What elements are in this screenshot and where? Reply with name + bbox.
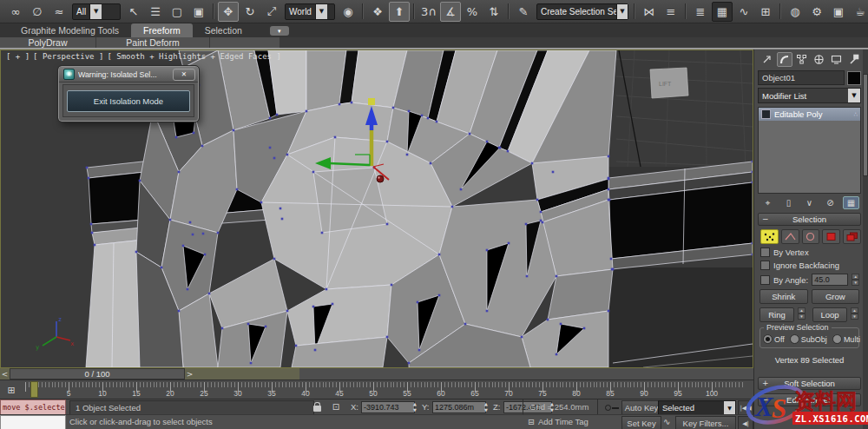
shrink-button[interactable]: Shrink [760,289,808,304]
mesh-vertex[interactable] [499,147,502,149]
mesh-vertex[interactable] [486,310,489,313]
selection-rollout-header[interactable]: − Selection [758,213,861,226]
pin-stack-icon[interactable]: ⌖ [760,196,776,209]
distant-box-object[interactable]: LIFT [650,68,688,98]
select-and-rotate-icon[interactable]: ↻ [240,2,260,22]
mesh-vertex[interactable] [386,141,389,143]
mesh-vertex[interactable] [314,349,317,352]
mesh-vertex[interactable] [201,145,204,148]
mesh-vertex[interactable] [540,211,542,214]
y-coord-field[interactable]: 1275.086m [432,401,486,413]
select-and-scale-icon[interactable]: ⤢ [261,2,282,22]
mesh-vertex[interactable] [236,188,239,191]
mesh-vertex[interactable] [526,275,529,278]
mesh-vertex[interactable] [418,349,421,352]
mesh-vertex[interactable] [276,114,279,116]
select-by-name-icon[interactable]: ☰ [145,2,166,22]
rectangular-selection-region-icon[interactable]: ▢ [167,2,187,22]
auto-key-button[interactable]: Auto Key [621,400,661,415]
selection-lock-toggle[interactable] [309,400,325,413]
mesh-vertex[interactable] [332,303,334,306]
chevron-down-icon[interactable]: ▼ [848,89,860,102]
mesh-vertex[interactable] [269,117,272,120]
mesh-vertex[interactable] [521,336,523,339]
mesh-vertex[interactable] [286,310,289,313]
ring-spinner[interactable]: ▲▼ [798,307,806,320]
mesh-vertex[interactable] [406,154,409,156]
ribbon-tab-graphite[interactable]: Graphite Modeling Tools [9,23,131,37]
mesh-vertex[interactable] [135,251,138,254]
mesh-vertex[interactable] [430,162,432,165]
mesh-vertex[interactable] [265,326,267,328]
mesh-vertex[interactable] [427,117,430,120]
mesh-vertex[interactable] [182,245,185,248]
dialog-close-button[interactable]: ✕ [173,69,195,81]
mesh-vertex[interactable] [178,310,181,313]
mesh-vertex[interactable] [556,353,558,356]
mesh-vertex[interactable] [612,268,615,271]
select-and-link-icon[interactable]: ∞ [5,2,26,22]
angle-snap-icon[interactable]: ∡ [440,2,461,22]
chevron-down-icon[interactable]: ▼ [89,4,102,19]
graphite-ribbon-toggle-icon[interactable]: ▦ [712,2,733,22]
mesh-vertex[interactable] [525,223,528,226]
mesh-vertex[interactable] [386,223,389,226]
viewport-menu-shading[interactable]: [ Smooth + Highlights + Edged Faces ] [107,52,280,61]
edge-mode-button[interactable] [781,229,799,244]
mesh-vertex[interactable] [312,306,315,308]
layer-manager-icon[interactable]: ≣ [690,2,711,22]
mesh-vertex[interactable] [608,310,610,313]
by-angle-checkbox[interactable] [760,275,770,285]
modifier-list-dropdown[interactable]: Modifier List ▼ [758,88,861,103]
curve-editor-icon[interactable]: ∿ [733,2,754,22]
object-color-swatch[interactable] [847,71,861,85]
mesh-vertex[interactable] [583,327,586,330]
element-mode-button[interactable] [843,229,861,244]
mesh-vertex[interactable] [391,284,393,287]
mesh-vertex[interactable] [94,244,96,247]
mesh-vertex[interactable] [460,188,463,191]
subtab-paint-deform[interactable]: Paint Deform [96,37,210,48]
key-mode-dropdown[interactable]: Selected ▼ [658,400,736,415]
mesh-vertex[interactable] [91,232,94,234]
mesh-vertex[interactable] [608,188,610,191]
viewport-menu-plus[interactable]: [ + ] [6,52,30,61]
mesh-vertex[interactable] [469,133,471,135]
create-tab-icon[interactable] [760,52,775,67]
mesh-vertex[interactable] [273,258,276,261]
mesh-vertex[interactable] [312,171,315,174]
polygon-mode-button[interactable] [822,229,840,244]
panel-scrollbar[interactable] [863,50,868,429]
window-crossing-icon[interactable]: ▣ [188,2,209,22]
mesh-vertex[interactable] [392,107,395,109]
mesh-vertex[interactable] [507,150,510,153]
ribbon-minimize-button[interactable]: ▾ [270,26,289,36]
show-end-result-icon[interactable]: ▯ [780,196,797,209]
mesh-vertex[interactable] [273,157,276,160]
frame-prev-button[interactable]: < [0,370,10,379]
isolation-warning-dialog[interactable]: ◉ Warning: Isolated Sel... ✕ Exit Isolat… [58,66,199,122]
gizmo-yellow-handle[interactable] [368,98,375,105]
mesh-vertex[interactable] [752,161,753,163]
mesh-vertex[interactable] [610,258,613,261]
mesh-vertex[interactable] [464,323,467,326]
ignore-backfacing-checkbox[interactable] [760,261,770,270]
motion-tab-icon[interactable] [812,52,827,67]
mesh-vertex[interactable] [306,110,308,113]
mesh-vertex[interactable] [421,115,424,117]
mesh-vertex[interactable] [339,103,341,106]
spinner-snap-icon[interactable]: ⇅ [483,2,504,22]
y-spinner[interactable]: ▲▼ [483,401,490,413]
mesh-vertex[interactable] [178,171,181,174]
stack-item-editable-poly[interactable]: Editable Poly ∴ [759,108,860,121]
mesh-vertex[interactable] [321,232,324,234]
mesh-vertex[interactable] [193,132,195,135]
track-bar-toggle-icon[interactable]: ⊞ [2,383,21,397]
edit-named-selection-sets-icon[interactable]: ✎ [513,2,534,22]
ribbon-tab-selection[interactable]: Selection [193,23,254,37]
mesh-vertex[interactable] [286,154,289,156]
select-and-manipulate-icon[interactable]: ❖ [367,2,388,22]
mesh-vertex[interactable] [90,223,93,226]
mesh-vertex[interactable] [169,219,172,221]
mesh-vertex[interactable] [86,167,89,169]
